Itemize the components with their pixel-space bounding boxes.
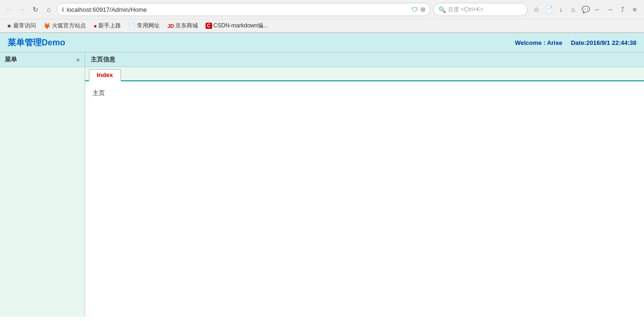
sidebar: 菜单 «: [0, 52, 85, 317]
browser-toolbar: ← → ↻ ⌂ ℹ localhost:60917/Admin/Home 🛡 ⊞…: [0, 0, 644, 19]
tab-index-label: Index: [97, 71, 113, 78]
sidebar-title: 菜单: [5, 55, 17, 64]
sidebar-header: 菜单 «: [0, 52, 85, 67]
bookmark-icon-2: 🦊: [43, 23, 51, 29]
download-button[interactable]: ↓: [555, 4, 567, 15]
bookmark-label-6: CSDN-markdown编...: [214, 22, 268, 30]
menu-button[interactable]: ≡: [629, 4, 640, 15]
app-container: 菜单管理Demo Welcome : Arise Date:2016/9/1 2…: [0, 33, 644, 317]
share-button[interactable]: ⤴: [617, 4, 628, 15]
content-area: 主页信息 Index 主页: [85, 52, 644, 317]
refresh-button[interactable]: ↻: [30, 4, 41, 15]
bookmark-label-1: 最常访问: [13, 22, 36, 30]
search-placeholder: 百度 <Ctrl+K>: [448, 6, 483, 14]
reading-mode-button[interactable]: 📄: [543, 4, 554, 15]
content-header: 主页信息: [85, 52, 644, 67]
browser-actions: ☆ 📄 ↓ ⌂ 💬 ← → ⤴ ≡: [531, 4, 640, 15]
app-header-right: Welcome : Arise Date:2016/9/1 22:44:38: [515, 39, 636, 46]
content-body-text: 主页: [93, 89, 105, 96]
tab-index[interactable]: Index: [89, 69, 121, 81]
browser-chrome: ← → ↻ ⌂ ℹ localhost:60917/Admin/Home 🛡 ⊞…: [0, 0, 644, 33]
bookmarks-bar: ★ 最常访问 🦊 火狐官方站点 ● 新手上路 📄 常用网址 JD 京东商城 C …: [0, 19, 644, 33]
content-header-label: 主页信息: [91, 56, 115, 63]
bookmark-icon-6: C: [206, 23, 212, 29]
bookmark-item-2[interactable]: 🦊 火狐官方站点: [41, 21, 89, 31]
bookmark-label-3: 新手上路: [98, 22, 121, 30]
chat-button[interactable]: 💬: [580, 4, 591, 15]
forward-nav-button[interactable]: →: [604, 4, 616, 15]
app-title: 菜单管理Demo: [8, 37, 65, 48]
content-tabs: Index: [85, 67, 644, 81]
home-button[interactable]: ⌂: [43, 4, 54, 15]
content-body: 主页: [85, 81, 644, 317]
bookmark-item-3[interactable]: ● 新手上路: [91, 21, 124, 31]
bookmark-item-1[interactable]: ★ 最常访问: [4, 21, 39, 31]
bookmark-icon-1: ★: [7, 23, 12, 29]
app-header: 菜单管理Demo Welcome : Arise Date:2016/9/1 2…: [0, 33, 644, 52]
lock-icon: ℹ: [62, 7, 64, 13]
datetime-text: Date:2016/9/1 22:44:38: [571, 39, 636, 46]
bookmark-star-button[interactable]: ☆: [531, 4, 542, 15]
sidebar-collapse-button[interactable]: «: [76, 56, 80, 63]
search-icon: 🔍: [438, 6, 446, 13]
bookmark-icon-3: ●: [94, 23, 97, 29]
back-button[interactable]: ←: [4, 4, 14, 15]
address-bar[interactable]: ℹ localhost:60917/Admin/Home 🛡 ⊞: [57, 3, 430, 16]
app-title-prefix: 菜单管理: [8, 38, 42, 47]
app-body: 菜单 « 主页信息 Index 主页: [0, 52, 644, 317]
bookmark-label-2: 火狐官方站点: [52, 22, 86, 30]
bookmark-icon-4: 📄: [129, 23, 136, 29]
bookmark-item-5[interactable]: JD 京东商城: [164, 21, 201, 31]
welcome-text: Welcome : Arise: [515, 39, 562, 46]
app-title-suffix: Demo: [42, 38, 65, 47]
addon-icon: ⊞: [421, 6, 425, 13]
search-bar[interactable]: 🔍 百度 <Ctrl+K>: [433, 3, 528, 16]
bookmark-label-5: 京东商城: [175, 22, 198, 30]
forward-button[interactable]: →: [17, 4, 27, 15]
url-display: localhost:60917/Admin/Home: [67, 6, 409, 13]
bookmark-label-4: 常用网址: [137, 22, 160, 30]
browser-home-button[interactable]: ⌂: [567, 4, 579, 15]
bookmark-item-4[interactable]: 📄 常用网址: [126, 21, 163, 31]
bookmark-icon-5: JD: [167, 23, 174, 29]
shield-icon: 🛡: [412, 6, 418, 13]
bookmark-item-6[interactable]: C CSDN-markdown编...: [203, 21, 271, 31]
back-history-button[interactable]: ←: [592, 4, 603, 15]
